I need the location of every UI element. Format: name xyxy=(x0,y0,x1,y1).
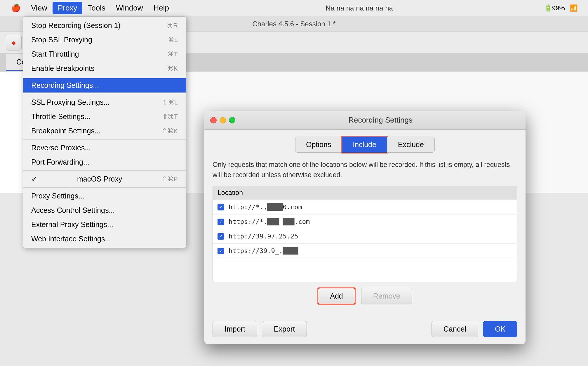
close-button[interactable] xyxy=(210,117,217,123)
dialog-body: Options Include Exclude Only requests th… xyxy=(204,130,526,316)
recording-settings-dialog: Recording Settings Options Include Exclu… xyxy=(204,111,526,344)
location-row[interactable]: http://39.97.25.25 xyxy=(213,229,517,244)
location-checkbox[interactable] xyxy=(218,204,224,210)
dialog-overlay: Recording Settings Options Include Exclu… xyxy=(0,0,588,366)
maximize-button[interactable] xyxy=(229,117,235,123)
location-url: http://39.97.25.25 xyxy=(229,233,298,240)
dialog-title: Recording Settings xyxy=(241,116,520,125)
cancel-button[interactable]: Cancel xyxy=(432,321,478,337)
location-checkbox[interactable] xyxy=(218,219,224,225)
dialog-tab-bar: Options Include Exclude xyxy=(213,137,517,153)
dialog-add-remove-actions: Add Remove xyxy=(213,288,517,304)
location-url: https://39.9_.████ xyxy=(229,247,298,255)
location-url: http://*.,████0.com xyxy=(229,203,302,211)
dialog-titlebar: Recording Settings xyxy=(204,111,526,130)
dialog-tab-include[interactable]: Include xyxy=(342,137,387,153)
dialog-tab-exclude[interactable]: Exclude xyxy=(387,137,435,153)
location-row[interactable]: http://*.,████0.com xyxy=(213,200,517,215)
add-button[interactable]: Add xyxy=(318,288,355,304)
location-checkbox[interactable] xyxy=(218,233,224,240)
minimize-button[interactable] xyxy=(220,117,226,123)
dialog-tab-options[interactable]: Options xyxy=(295,137,342,153)
ok-button[interactable]: OK xyxy=(483,321,517,337)
location-url: https://*.███ ███.com xyxy=(229,218,310,225)
location-row[interactable]: https://39.9_.████ xyxy=(213,244,517,258)
dialog-description: Only requests that match one of the loca… xyxy=(213,160,517,180)
remove-button[interactable]: Remove xyxy=(361,288,412,304)
export-button[interactable]: Export xyxy=(262,321,307,337)
dialog-footer-right: Cancel OK xyxy=(432,321,517,337)
location-row-empty xyxy=(213,258,517,270)
import-button[interactable]: Import xyxy=(213,321,257,337)
location-row[interactable]: https://*.███ ███.com xyxy=(213,215,517,229)
location-checkbox[interactable] xyxy=(218,248,224,254)
location-row-empty xyxy=(213,270,517,282)
traffic-lights xyxy=(210,117,235,123)
location-header: Location xyxy=(213,186,517,200)
location-table: Location http://*.,████0.com https://*.█… xyxy=(213,186,517,282)
dialog-footer: Import Export Cancel OK xyxy=(204,316,526,344)
dialog-footer-left: Import Export xyxy=(213,321,307,337)
